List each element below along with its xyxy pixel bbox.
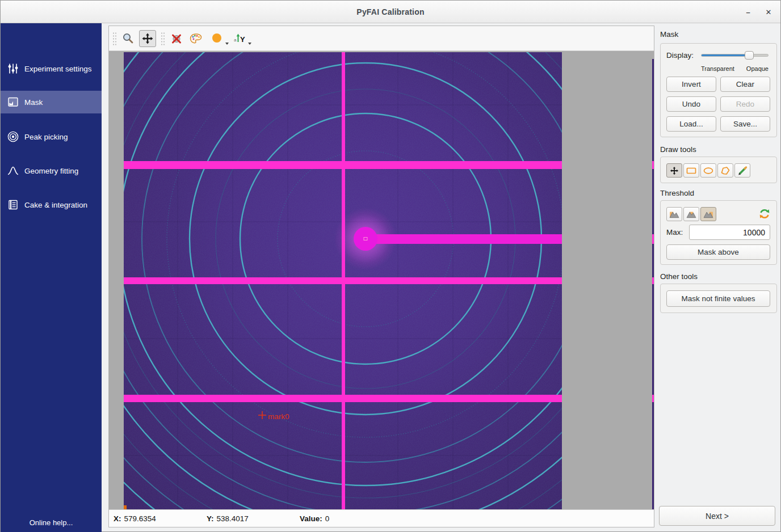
mask-between-threshold-button[interactable] xyxy=(683,207,699,221)
threshold-group: Max: Mask above xyxy=(660,200,777,265)
display-label: Display: xyxy=(666,51,694,60)
draw-ellipse-button[interactable] xyxy=(700,163,716,178)
pan-mode-button[interactable] xyxy=(139,30,156,47)
load-button[interactable]: Load... xyxy=(666,116,716,132)
display-slider[interactable] xyxy=(701,54,769,57)
mask-group: Display: Transparent Opaque Invert Clear… xyxy=(660,43,777,137)
zoom-mode-button[interactable] xyxy=(120,30,137,47)
ellipse-icon xyxy=(703,166,714,175)
pan-arrows-icon xyxy=(669,166,679,176)
draw-pan-button[interactable] xyxy=(666,163,682,178)
clear-button[interactable]: Clear xyxy=(720,77,770,92)
plot-toolbar: a Y xyxy=(109,26,654,50)
mask-above-threshold-button[interactable] xyxy=(700,207,716,221)
status-y-label: Y: xyxy=(207,514,214,523)
other-tools-group: Mask not finite values xyxy=(660,284,777,313)
edge-sliver-mask-segment xyxy=(652,234,654,244)
display-slider-handle[interactable] xyxy=(745,51,754,60)
edge-sliver-mask-segment xyxy=(652,277,654,284)
histogram-below-icon xyxy=(669,210,679,218)
mask-above-button[interactable]: Mask above xyxy=(666,244,770,260)
sidebar-item-label: Peak picking xyxy=(24,133,68,141)
diffraction-image[interactable]: mark0 xyxy=(124,52,562,510)
mask-image-icon xyxy=(7,96,19,108)
max-threshold-input[interactable] xyxy=(689,225,770,240)
other-tools-title: Other tools xyxy=(660,272,698,281)
sidebar-item-mask[interactable]: Mask xyxy=(1,91,102,113)
transparent-label: Transparent xyxy=(701,65,734,72)
marker-color-button[interactable] xyxy=(209,30,226,47)
invert-button[interactable]: Invert xyxy=(666,77,716,92)
max-label: Max: xyxy=(666,228,683,237)
toolbar-grip[interactable] xyxy=(112,32,116,45)
diffraction-overlay: mark0 xyxy=(124,52,562,510)
dropdown-caret-icon xyxy=(248,43,251,45)
geometry-fitting-icon xyxy=(7,164,19,177)
sidebar-item-label: Geometry fitting xyxy=(24,167,78,175)
close-button[interactable]: ✕ xyxy=(761,5,776,19)
svg-text:a: a xyxy=(234,37,237,42)
magnifier-icon xyxy=(121,32,135,45)
draw-tools-title: Draw tools xyxy=(660,145,696,154)
sidebar-item-experiment-settings[interactable]: Experiment settings xyxy=(1,57,102,80)
draw-polygon-button[interactable] xyxy=(717,163,733,178)
status-x-value: 579.6354 xyxy=(124,514,156,523)
draw-tools-group xyxy=(660,157,777,183)
opaque-label: Opaque xyxy=(746,65,769,72)
mask-below-threshold-button[interactable] xyxy=(666,207,682,221)
sidebar-item-label: Experiment settings xyxy=(24,65,92,73)
sliders-icon xyxy=(7,62,19,75)
status-y-value: 538.4017 xyxy=(217,514,249,523)
refresh-icon xyxy=(758,208,771,220)
titlebar: PyFAI Calibration – ✕ xyxy=(1,1,780,23)
red-cross-circle-icon xyxy=(170,32,183,45)
y-axis-orientation-button[interactable]: a Y xyxy=(232,30,249,47)
plot-canvas[interactable]: mark0 xyxy=(109,50,654,510)
mask-not-finite-button[interactable]: Mask not finite values xyxy=(666,290,770,307)
sidebar-item-peak-picking[interactable]: Peak picking xyxy=(1,125,102,148)
online-help-link[interactable]: Online help... xyxy=(1,518,102,527)
plot-statusbar: X:579.6354 Y:538.4017 Value:0 xyxy=(109,509,654,527)
sidebar: Experiment settings Mask Peak picking Ge… xyxy=(1,23,102,532)
plot-window: a Y mark0 X:579.6354 Y:538.4017 Value:0 xyxy=(108,26,654,527)
y-axis-up-icon: a Y xyxy=(233,32,247,45)
status-value: 0 xyxy=(325,514,330,523)
window-title: PyFAI Calibration xyxy=(356,7,424,16)
threshold-title: Threshold xyxy=(660,189,694,197)
histogram-between-icon xyxy=(686,210,696,218)
draw-rectangle-button[interactable] xyxy=(683,163,699,178)
display-slider-fill xyxy=(702,54,749,56)
draw-pencil-button[interactable] xyxy=(734,163,750,178)
edge-sliver-mask-segment xyxy=(652,395,654,402)
peak-picking-icon xyxy=(7,130,19,143)
undo-button[interactable]: Undo xyxy=(666,96,716,112)
minimize-button[interactable]: – xyxy=(741,5,755,19)
crosshair-reset-button[interactable] xyxy=(168,30,185,47)
rectangle-icon xyxy=(686,166,697,175)
svg-text:Y: Y xyxy=(240,35,245,43)
dropdown-caret-icon xyxy=(225,43,229,45)
sidebar-item-geometry-fitting[interactable]: Geometry fitting xyxy=(1,159,102,182)
next-button[interactable]: Next > xyxy=(659,506,775,526)
reload-threshold-button[interactable] xyxy=(757,206,772,221)
sidebar-item-cake-integration[interactable]: Cake & integration xyxy=(1,193,102,216)
mask-panel-title: Mask xyxy=(660,30,678,39)
toolbar-grip[interactable] xyxy=(161,32,165,45)
sidebar-item-label: Mask xyxy=(24,98,43,107)
colormap-button[interactable] xyxy=(187,30,204,47)
mask-panel: Mask Display: Transparent Opaque Invert … xyxy=(659,23,778,532)
status-x-label: X: xyxy=(114,514,121,523)
pencil-icon xyxy=(737,166,748,176)
peak-marker-label: mark0 xyxy=(268,412,289,421)
status-value-label: Value: xyxy=(300,514,322,523)
image-edge-sliver xyxy=(652,59,654,509)
polygon-icon xyxy=(720,166,731,176)
sidebar-item-label: Cake & integration xyxy=(24,201,87,209)
redo-button[interactable]: Redo xyxy=(720,96,770,112)
save-button[interactable]: Save... xyxy=(720,116,770,132)
app-window: PyFAI Calibration – ✕ Experiment setting… xyxy=(0,0,781,532)
pan-arrows-icon xyxy=(141,32,154,45)
cake-integration-icon xyxy=(7,199,19,211)
histogram-above-icon xyxy=(703,210,713,218)
palette-icon xyxy=(188,32,203,45)
